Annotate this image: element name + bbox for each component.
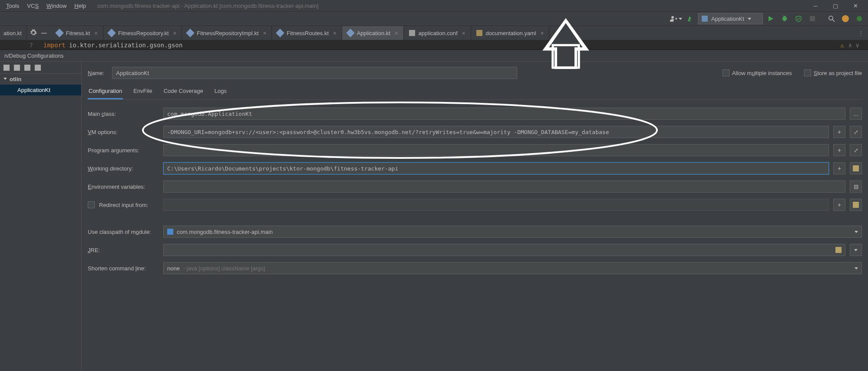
program-args-input[interactable] [163, 144, 829, 156]
insert-macro-button[interactable]: + [833, 126, 845, 138]
close-icon[interactable]: × [94, 30, 98, 36]
expand-vm-button[interactable]: ⤢ [850, 126, 862, 138]
folder-icon [853, 202, 859, 208]
maximize-button[interactable]: ▢ [825, 0, 845, 12]
inspection-nav-icon[interactable]: ∧ ∨ [848, 42, 859, 49]
avatar-icon[interactable] [839, 13, 851, 25]
dialog-title: n/Debug Configurations [0, 50, 868, 62]
folder-icon[interactable] [24, 65, 30, 71]
redirect-input-field[interactable] [163, 199, 829, 211]
subtab-configuration[interactable]: Configuration [88, 85, 123, 99]
chevron-down-icon [855, 231, 858, 233]
warning-indicator-icon[interactable]: ⚠ [840, 42, 844, 49]
tab-documentation-yaml[interactable]: documentation.yaml× [471, 26, 550, 40]
allow-multi-checkbox[interactable] [723, 69, 729, 76]
store-project-file-label: Store as project file [814, 70, 862, 76]
close-icon[interactable]: × [541, 30, 544, 36]
save-icon[interactable] [14, 65, 20, 71]
expand-args-button[interactable]: ⤢ [850, 144, 862, 156]
vm-options-input[interactable] [163, 126, 829, 138]
more-tabs-icon[interactable]: ⋮ [858, 30, 864, 36]
chevron-down-icon [855, 267, 858, 269]
main-class-input[interactable] [163, 108, 845, 120]
run-config-combo[interactable]: ApplicationKt [698, 13, 763, 24]
main-toolbar: ApplicationKt [0, 12, 868, 26]
run-button[interactable] [765, 13, 777, 25]
line-number: 7 [5, 42, 43, 49]
coverage-button[interactable] [792, 13, 805, 25]
close-icon[interactable]: × [462, 30, 465, 36]
browse-wd-button[interactable] [850, 162, 862, 174]
shorten-combo[interactable]: none - java [options] className [args] [163, 262, 862, 274]
config-tree-pane: otlin ApplicationKt [0, 62, 82, 371]
redirect-input-row: Redirect input from: [88, 201, 159, 208]
classpath-combo[interactable]: com.mongodb.fitness-tracker-api.main [163, 226, 862, 238]
code-package: io.ktor.serialization.gson.gson [69, 42, 182, 49]
nav-tab-label[interactable]: ation.kt [3, 30, 22, 36]
name-input[interactable] [112, 67, 517, 79]
hide-button[interactable]: ─ [41, 29, 47, 38]
tab-application-kt[interactable]: Application.kt× [342, 26, 404, 40]
jre-dropdown-button[interactable] [850, 244, 862, 256]
code-keyword: import [43, 42, 66, 49]
menu-help[interactable]: Help [71, 1, 89, 10]
subtab-logs[interactable]: Logs [214, 85, 228, 99]
close-icon[interactable]: × [333, 30, 337, 36]
tree-item-applicationkt[interactable]: ApplicationKt [0, 85, 81, 95]
editor-code-line: 7 import io.ktor.serialization.gson.gson… [0, 40, 868, 50]
tab-fitnessrepository-kt[interactable]: FitnessRepository.kt× [103, 26, 182, 40]
close-icon[interactable]: × [395, 30, 398, 36]
working-dir-input[interactable] [163, 162, 829, 174]
debug-button[interactable] [779, 13, 791, 25]
store-project-file-checkbox[interactable] [804, 69, 811, 76]
window-title: com.mongodb.fitness-tracker-api - Applic… [97, 3, 318, 9]
chevron-down-icon [854, 249, 858, 251]
gear-icon[interactable] [30, 29, 37, 37]
browse-redirect-button[interactable] [850, 199, 862, 211]
sort-icon[interactable] [35, 65, 41, 71]
editor-tabs: ation.kt ─ Fitness.kt× FitnessRepository… [0, 26, 868, 40]
insert-macro-redirect-button[interactable]: + [833, 199, 845, 211]
search-everywhere-button[interactable] [825, 13, 838, 25]
menu-window[interactable]: Window [43, 1, 70, 10]
kotlin-file-icon [276, 29, 284, 37]
tree-toolbar [0, 62, 81, 74]
jre-combo[interactable] [163, 244, 845, 256]
run-config-label: ApplicationKt [711, 16, 744, 22]
tab-fitness-kt[interactable]: Fitness.kt× [51, 26, 103, 40]
config-subtabs: Configuration EnvFile Code Coverage Logs [88, 85, 862, 100]
redirect-input-checkbox[interactable] [88, 201, 95, 208]
subtab-envfile[interactable]: EnvFile [132, 85, 153, 99]
browse-main-class-button[interactable]: … [850, 108, 862, 120]
ide-updates-icon[interactable] [853, 13, 865, 25]
menu-tools[interactable]: TToolsools [3, 1, 23, 10]
kotlin-file-icon [702, 16, 708, 22]
with-me-icon[interactable] [670, 13, 682, 25]
config-form: Name: Allow multiple instances Store as … [82, 62, 868, 371]
close-window-button[interactable]: ✕ [845, 0, 865, 12]
build-icon[interactable] [684, 13, 696, 25]
edit-env-button[interactable]: ▤ [850, 181, 862, 193]
kotlin-file-icon [186, 29, 195, 37]
stop-button[interactable] [806, 13, 818, 25]
svg-line-2 [832, 20, 835, 22]
insert-macro-wd-button[interactable]: + [833, 162, 845, 174]
tree-group-kotlin[interactable]: otlin [0, 74, 81, 85]
tab-fitnessroutes-kt[interactable]: FitnessRoutes.kt× [272, 26, 342, 40]
close-icon[interactable]: × [263, 30, 267, 36]
tab-fitnessrepositoryimpl-kt[interactable]: FitnessRepositoryImpl.kt× [182, 26, 272, 40]
jre-label: JRE: [88, 247, 159, 253]
copy-icon[interactable] [3, 65, 10, 71]
insert-macro-args-button[interactable]: + [833, 144, 845, 156]
main-class-label: Main class: [88, 111, 159, 117]
folder-icon [835, 247, 842, 253]
vm-options-label: VM options: [88, 129, 159, 135]
menu-vcs[interactable]: VCS [23, 1, 42, 10]
subtab-codecoverage[interactable]: Code Coverage [163, 85, 204, 99]
folder-icon [853, 165, 859, 171]
tab-application-conf[interactable]: application.conf× [404, 26, 471, 40]
env-vars-input[interactable] [163, 181, 845, 193]
allow-multi-label: Allow multiple instances [732, 70, 792, 76]
minimize-button[interactable]: ─ [805, 0, 825, 12]
close-icon[interactable]: × [173, 30, 177, 36]
